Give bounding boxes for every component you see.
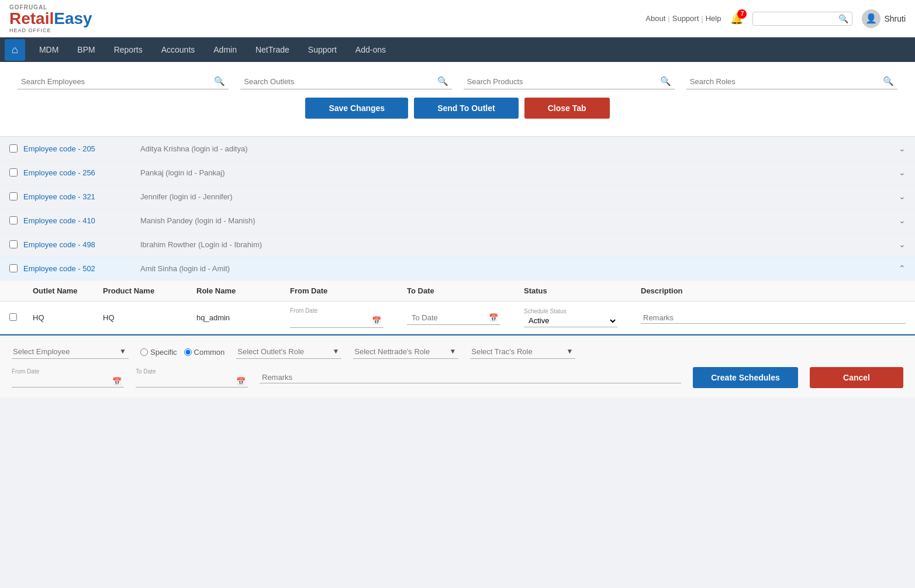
select-employee[interactable]: Select Employee [12,345,129,359]
row-status-cell: Schedule Status Active Inactive [524,308,641,327]
create-schedules-button[interactable]: Create Schedules [693,367,798,388]
from-date-input[interactable]: 15/01/2024 [292,315,372,326]
sep1: | [668,14,669,23]
logo: GOFRUGAL RetailEasy HEAD OFFICE [9,4,92,33]
employee-info-502: Amit Sinha (login id - Amit) [140,264,899,273]
radio-common-label[interactable]: Common [184,348,225,357]
status-select[interactable]: Active Inactive [524,314,617,327]
search-products-field[interactable]: 🔍 [464,74,675,89]
search-outlets-icon[interactable]: 🔍 [437,76,448,87]
row-remarks-cell [641,312,906,324]
about-link[interactable]: About [645,14,665,23]
close-tab-button[interactable]: Close Tab [524,98,610,119]
select-trac-role[interactable]: Select Trac's Role [470,345,575,359]
to-date-form-calendar-icon[interactable]: 📅 [236,377,246,386]
header-search[interactable]: 🔍 [752,12,852,26]
chevron-down-icon-256: ⌄ [899,168,906,177]
from-date-wrap[interactable]: 15/01/2024 📅 [290,314,384,328]
employee-checkbox-205[interactable] [9,144,18,153]
nav-item-reports[interactable]: Reports [105,39,152,60]
schedule-table-header: Outlet Name Product Name Role Name From … [0,281,915,302]
employee-row-498[interactable]: Employee code - 498 Ibrahim Rowther (Log… [0,233,915,257]
send-to-outlet-button[interactable]: Send To Outlet [414,98,519,119]
nav-item-admin[interactable]: Admin [204,39,246,60]
to-date-form-input-wrap[interactable]: 📅 [136,376,248,388]
search-outlets-input[interactable] [244,77,437,86]
search-employees-input[interactable] [21,77,214,86]
remarks-form-input[interactable] [262,373,679,382]
search-row: 🔍 🔍 🔍 🔍 [18,74,897,89]
select-outlets-role[interactable]: Select Outlet's Role [236,345,341,359]
bell-wrap[interactable]: 🔔 7 [730,12,743,25]
radio-specific[interactable] [140,348,148,356]
employee-info-410: Manish Pandey (login id - Manish) [140,216,899,225]
employee-row-256[interactable]: Employee code - 256 Pankaj (login id - P… [0,161,915,185]
select-outlets-role-wrap: Select Outlet's Role ▼ [236,345,341,359]
header-right: About | Support | Help 🔔 7 🔍 👤 Shruti [645,9,906,28]
search-employees-field[interactable]: 🔍 [18,74,229,89]
employee-checkbox-498[interactable] [9,240,18,248]
header-search-button[interactable]: 🔍 [838,14,848,23]
employee-row-205[interactable]: Employee code - 205 Aditya Krishna (logi… [0,137,915,161]
sep2: | [701,14,703,23]
search-roles-input[interactable] [690,77,883,86]
employee-info-498: Ibrahim Rowther (Login id - Ibrahim) [140,240,899,249]
from-date-calendar-icon[interactable]: 📅 [372,316,381,325]
search-products-input[interactable] [467,77,660,86]
search-outlets-field[interactable]: 🔍 [240,74,451,89]
search-roles-icon[interactable]: 🔍 [883,76,894,87]
search-employees-icon[interactable]: 🔍 [214,76,225,87]
help-link[interactable]: Help [706,14,721,23]
col-header-role: Role Name [196,286,290,295]
cancel-button[interactable]: Cancel [810,367,903,388]
from-date-form-calendar-icon[interactable]: 📅 [112,377,122,386]
employee-row-321[interactable]: Employee code - 321 Jennifer (login id -… [0,185,915,209]
radio-common[interactable] [184,348,192,356]
nav-item-mdm[interactable]: MDM [30,39,68,60]
employee-row-410[interactable]: Employee code - 410 Manish Pandey (login… [0,209,915,233]
row-product: HQ [103,313,196,322]
radio-specific-label[interactable]: Specific [140,348,177,357]
logo-headoffice: HEAD OFFICE [9,27,92,33]
employee-checkbox-321[interactable] [9,192,18,200]
search-products-icon[interactable]: 🔍 [660,76,671,87]
save-changes-button[interactable]: Save Changes [305,98,408,119]
to-date-input[interactable] [409,312,489,323]
logo-retail-text: Retail [9,9,54,27]
schedule-row-checkbox[interactable] [9,313,17,321]
logo-easy-text: Easy [54,9,92,27]
support-link[interactable]: Support [672,14,699,23]
bottom-row1: Select Employee ▼ Specific Common Select… [12,345,903,359]
bottom-form: Select Employee ▼ Specific Common Select… [0,334,915,397]
employee-checkbox-502[interactable] [9,264,18,272]
employee-checkbox-256[interactable] [9,168,18,177]
to-date-wrap[interactable]: 📅 [407,311,500,325]
nav-item-support[interactable]: Support [299,39,346,60]
search-roles-field[interactable]: 🔍 [686,74,897,89]
to-date-form-input[interactable] [138,377,236,386]
col-header-from: From Date [290,286,407,295]
from-date-form-input[interactable]: 21/03/2024 [14,377,112,386]
employee-row-502[interactable]: Employee code - 502 Amit Sinha (login id… [0,257,915,281]
header-search-input[interactable] [757,14,838,23]
from-date-label: From Date [290,307,407,314]
nav-item-nettrade[interactable]: NetTrade [246,39,299,60]
user-name: Shruti [884,14,906,23]
to-date-calendar-icon[interactable]: 📅 [489,313,498,322]
employee-checkbox-410[interactable] [9,216,18,224]
nav-home-button[interactable]: ⌂ [5,39,25,61]
select-nettrade-role[interactable]: Select Nettrade's Role [353,345,458,359]
bottom-row2: From Date 21/03/2024 📅 To Date 📅 Create … [12,367,903,388]
nav-item-accounts[interactable]: Accounts [152,39,205,60]
remarks-input[interactable] [641,312,906,324]
radio-group: Specific Common [140,348,225,357]
user-area[interactable]: 👤 Shruti [862,9,906,28]
nav-item-addons[interactable]: Add-ons [346,39,395,60]
avatar: 👤 [862,9,881,28]
from-date-form-input-wrap[interactable]: 21/03/2024 📅 [12,376,124,388]
nav-item-bpm[interactable]: BPM [68,39,104,60]
button-row: Save Changes Send To Outlet Close Tab [18,98,897,119]
row-role: hq_admin [196,313,290,322]
chevron-down-icon-321: ⌄ [899,192,906,201]
employee-code-256: Employee code - 256 [23,168,140,177]
